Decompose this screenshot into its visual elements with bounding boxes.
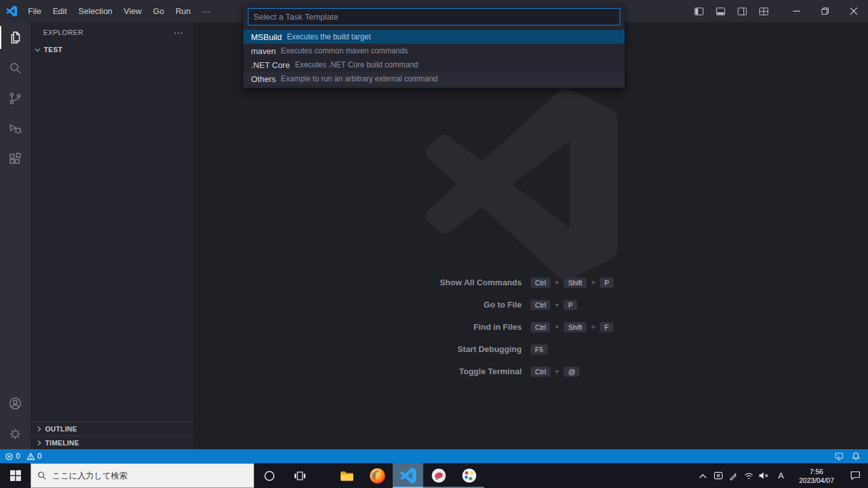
tray-pen-icon[interactable] <box>726 463 741 488</box>
taskbar-clock[interactable]: 7:56 2023/04/07 <box>790 463 843 488</box>
shortcut-label: Find in Files <box>315 322 531 332</box>
firefox-button[interactable] <box>362 463 393 488</box>
keybinding-key: @ <box>564 367 580 377</box>
warning-count: 0 <box>37 452 42 461</box>
outline-section-header[interactable]: OUTLINE <box>31 421 193 435</box>
taskbar-app-button-2[interactable] <box>454 463 484 488</box>
watermark-shortcuts: Show All CommandsCtrl+Shift+PGo to FileC… <box>193 276 868 387</box>
sidebar-header: EXPLORER ··· <box>31 22 193 43</box>
activity-extensions[interactable] <box>0 144 31 175</box>
layout-controls <box>691 3 772 20</box>
chevron-down-icon <box>35 46 40 51</box>
menu-selection[interactable]: Selection <box>72 0 118 22</box>
customize-layout-icon[interactable] <box>756 3 772 20</box>
vscode-taskbar-button[interactable] <box>393 463 423 488</box>
quickpick-item-description: Executes common maven commands <box>281 46 408 55</box>
notifications-bell-icon[interactable] <box>851 452 860 461</box>
taskbar-search-input[interactable] <box>52 471 247 480</box>
search-icon <box>8 60 23 76</box>
task-view-icon <box>294 471 306 481</box>
quickpick-item-1[interactable]: mavenExecutes common maven commands <box>243 44 625 58</box>
menu-edit[interactable]: Edit <box>47 0 72 22</box>
shortcut-row: Go to FileCtrl+P <box>193 298 868 311</box>
menu-view[interactable]: View <box>118 0 147 22</box>
activity-search[interactable] <box>0 53 31 83</box>
vscode-logo-icon <box>6 6 17 17</box>
timeline-section-label: TIMELINE <box>45 439 79 447</box>
activity-explorer[interactable] <box>0 22 31 53</box>
app-icon-1 <box>431 468 447 484</box>
account-icon <box>8 396 23 411</box>
keybinding-key: Ctrl <box>531 322 550 332</box>
activity-accounts[interactable] <box>0 388 31 419</box>
shortcut-label: Go to File <box>315 300 531 309</box>
shortcut-row: Find in FilesCtrl+Shift+F <box>193 320 868 334</box>
windows-taskbar: A 7:56 2023/04/07 <box>0 463 868 488</box>
shortcut-keys: Ctrl+@ <box>531 367 747 377</box>
key-separator: + <box>591 323 595 332</box>
clock-date: 2023/04/07 <box>799 476 834 485</box>
taskbar-search-box[interactable] <box>31 463 254 488</box>
run-debug-icon <box>8 121 23 137</box>
keybinding-key: Shift <box>564 278 587 288</box>
shortcut-keys: Ctrl+P <box>531 300 747 310</box>
chevron-right-icon <box>36 440 41 445</box>
quickpick-item-description: Example to run an arbitrary external com… <box>281 74 438 83</box>
statusbar-right <box>834 452 868 461</box>
restore-button[interactable] <box>811 0 839 22</box>
activity-source-control[interactable] <box>0 83 31 114</box>
vscode-watermark-logo <box>426 88 618 280</box>
sidebar-empty-space <box>31 57 193 421</box>
shortcut-label: Start Debugging <box>315 344 531 354</box>
toggle-secondary-sidebar-icon[interactable] <box>734 3 750 20</box>
keybinding-key: Shift <box>564 322 587 332</box>
quickpick-item-3[interactable]: OthersExample to run an arbitrary extern… <box>243 72 625 86</box>
keybinding-key: Ctrl <box>531 278 550 288</box>
taskbar-app-button-1[interactable] <box>423 463 454 488</box>
close-button[interactable] <box>839 0 868 22</box>
sidebar-more-actions-icon[interactable]: ··· <box>173 29 183 36</box>
menu-more[interactable]: ··· <box>196 0 216 22</box>
tray-volume-muted-icon[interactable] <box>756 463 771 488</box>
task-view-button[interactable] <box>285 463 315 488</box>
keybinding-key: Ctrl <box>531 300 550 310</box>
tray-network-icon[interactable] <box>741 463 756 488</box>
keybinding-key: Ctrl <box>531 367 550 377</box>
files-icon <box>8 30 23 45</box>
quickpick-item-label: Others <box>251 74 276 84</box>
toggle-primary-sidebar-icon[interactable] <box>691 3 707 20</box>
quickpick-item-0[interactable]: MSBuildExecutes the build target <box>243 30 625 44</box>
folder-tree-item[interactable]: TEST <box>31 43 193 57</box>
shortcut-label: Show All Commands <box>315 278 531 287</box>
remote-indicator-icon[interactable] <box>834 452 844 461</box>
quickpick-item-2[interactable]: .NET CoreExecutes .NET Core build comman… <box>243 58 625 72</box>
action-center-button[interactable] <box>843 463 868 488</box>
keybinding-key: F <box>600 322 613 332</box>
key-separator: + <box>555 323 559 332</box>
menu-file[interactable]: File <box>22 0 47 22</box>
start-button[interactable] <box>0 463 31 488</box>
activity-run-debug[interactable] <box>0 114 31 144</box>
keybinding-key: P <box>600 278 613 288</box>
ime-mode-indicator[interactable]: A <box>771 463 790 488</box>
search-icon <box>37 471 46 480</box>
tray-chevron-up-icon[interactable] <box>695 463 710 488</box>
minimize-button[interactable] <box>782 0 811 22</box>
file-explorer-button[interactable] <box>332 463 362 488</box>
explorer-sidebar: EXPLORER ··· TEST OUTLINE TIMELINE <box>31 22 193 449</box>
shortcut-row: Show All CommandsCtrl+Shift+P <box>193 276 868 289</box>
menu-bar: FileEditSelectionViewGoRun··· <box>22 0 216 22</box>
problems-status[interactable]: 0 0 <box>0 452 45 461</box>
activity-settings[interactable] <box>0 419 31 449</box>
menu-go[interactable]: Go <box>147 0 170 22</box>
window-controls <box>782 0 868 22</box>
shortcut-label: Toggle Terminal <box>315 367 531 376</box>
timeline-section-header[interactable]: TIMELINE <box>31 435 193 449</box>
menu-run[interactable]: Run <box>170 0 196 22</box>
toggle-panel-icon[interactable] <box>712 3 729 20</box>
tray-tablet-icon[interactable] <box>710 463 726 488</box>
keybinding-key: P <box>564 300 577 310</box>
gear-icon <box>8 426 23 442</box>
cortana-button[interactable] <box>254 463 285 488</box>
quickpick-input[interactable] <box>248 8 620 25</box>
